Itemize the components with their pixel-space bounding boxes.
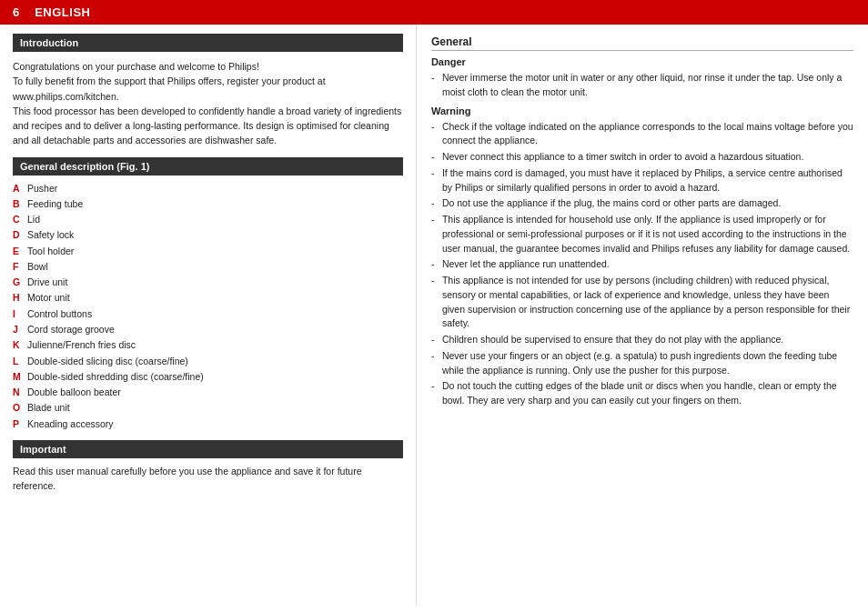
item-text: Double-sided slicing disc (coarse/fine) [27,354,188,368]
description-list: APusherBFeeding tubeCLidDSafety lockEToo… [13,181,403,431]
item-text: Children should be supervised to ensure … [442,333,853,347]
item-letter: P [13,416,27,431]
list-item: - Do not touch the cutting edges of the … [431,379,853,408]
item-text: Control buttons [27,306,92,321]
list-item: IControl buttons [13,306,403,321]
dash: - [431,274,442,331]
list-item: JCord storage groove [13,322,403,336]
item-text: Never connect this appliance to a timer … [442,150,853,165]
item-text: Do not touch the cutting edges of the bl… [442,379,853,408]
item-text: Julienne/French fries disc [27,337,136,352]
list-item: GDrive unit [13,275,403,289]
item-letter: G [13,275,27,289]
item-text: Check if the voltage indicated on the ap… [442,120,853,149]
list-item: DSafety lock [13,227,403,242]
item-text: Pusher [27,181,57,196]
item-text: Drive unit [27,275,67,289]
list-item: - If the mains cord is damaged, you must… [431,166,853,196]
list-item: - Never use your fingers or an object (e… [431,349,853,378]
item-text: Double-sided shredding disc (coarse/fine… [27,369,204,384]
item-text: Never let the appliance run unattended. [442,257,853,272]
list-item: - Never connect this appliance to a time… [431,150,853,165]
item-letter: K [13,337,27,352]
item-text: Bowl [27,259,48,274]
item-text: Kneading accessory [27,416,114,431]
item-text: Tool holder [27,244,74,258]
item-text: Do not use the appliance if the plug, th… [442,196,853,211]
list-item: PKneading accessory [13,416,403,431]
list-item: LDouble-sided slicing disc (coarse/fine) [13,354,403,368]
item-letter: B [13,196,27,211]
item-text: Never immerse the motor unit in water or… [442,71,853,100]
dash: - [431,333,442,347]
list-item: OBlade unit [13,400,403,415]
list-item: - Never let the appliance run unattended… [431,257,853,272]
item-letter: J [13,322,27,336]
general-section-title: General [431,35,853,51]
item-text: Motor unit [27,290,70,305]
dash: - [431,120,442,149]
item-text: Safety lock [27,227,74,242]
list-item: - Never immerse the motor unit in water … [431,71,853,100]
item-text: Double balloon beater [27,385,121,399]
danger-list: - Never immerse the motor unit in water … [431,71,853,100]
item-text: Feeding tube [27,196,83,211]
dash: - [431,349,442,378]
page-header: 6 ENGLISH [0,0,868,25]
item-letter: N [13,385,27,399]
item-letter: A [13,181,27,196]
item-letter: O [13,400,27,415]
list-item: CLid [13,212,403,226]
item-letter: I [13,306,27,321]
item-text: Never use your fingers or an object (e.g… [442,349,853,378]
item-text: This appliance is not intended for use b… [442,274,853,331]
item-text: Cord storage groove [27,322,115,336]
important-text: Read this user manual carefully before y… [13,464,403,494]
item-text: Blade unit [27,400,70,415]
item-letter: L [13,354,27,368]
introduction-header: Introduction [13,34,403,52]
item-text: Lid [27,212,40,226]
list-item: FBowl [13,259,403,274]
item-text: This appliance is intended for household… [442,213,853,256]
item-letter: E [13,244,27,258]
introduction-text: Congratulations on your purchase and wel… [13,59,403,148]
dash: - [431,150,442,165]
warning-list: - Check if the voltage indicated on the … [431,120,853,408]
list-item: BFeeding tube [13,196,403,211]
list-item: ETool holder [13,244,403,258]
content-wrapper: Introduction Congratulations on your pur… [0,25,868,606]
danger-title: Danger [431,56,853,67]
language-title: ENGLISH [35,5,90,19]
list-item: MDouble-sided shredding disc (coarse/fin… [13,369,403,384]
item-letter: H [13,290,27,305]
item-letter: M [13,369,27,384]
left-column: Introduction Congratulations on your pur… [0,25,417,606]
list-item: - This appliance is intended for househo… [431,213,853,256]
list-item: - This appliance is not intended for use… [431,274,853,331]
list-item: NDouble balloon beater [13,385,403,399]
list-item: - Do not use the appliance if the plug, … [431,196,853,211]
item-text: If the mains cord is damaged, you must h… [442,166,853,196]
item-letter: F [13,259,27,274]
dash: - [431,71,442,100]
list-item: KJulienne/French fries disc [13,337,403,352]
important-header: Important [13,440,403,458]
list-item: HMotor unit [13,290,403,305]
right-column: General Danger - Never immerse the motor… [417,25,868,606]
item-letter: C [13,212,27,226]
list-item: - Check if the voltage indicated on the … [431,120,853,149]
item-letter: D [13,227,27,242]
warning-title: Warning [431,105,853,116]
list-item: APusher [13,181,403,196]
dash: - [431,196,442,211]
list-item: - Children should be supervised to ensur… [431,333,853,347]
page-number: 6 [13,5,20,19]
dash: - [431,166,442,196]
dash: - [431,257,442,272]
dash: - [431,213,442,256]
general-description-header: General description (Fig. 1) [13,157,403,176]
dash: - [431,379,442,408]
